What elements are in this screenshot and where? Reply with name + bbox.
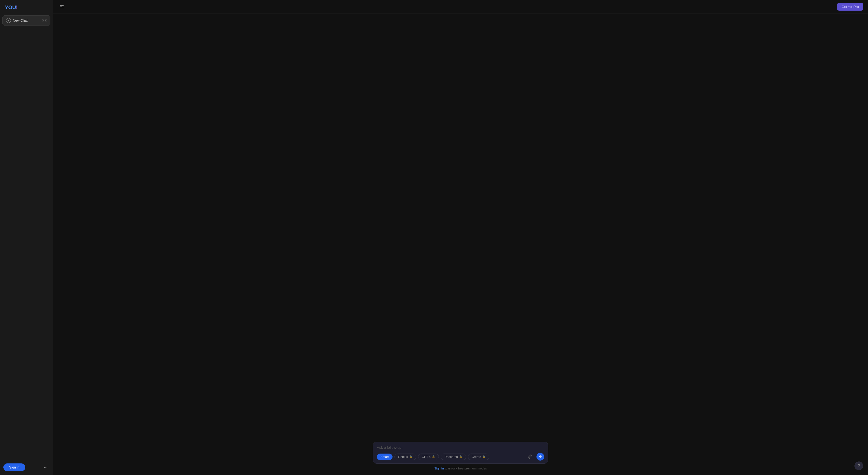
mode-create[interactable]: Create 🔒 <box>468 453 489 460</box>
sidebar-content <box>0 28 53 460</box>
sidebar-toggle-button[interactable] <box>58 3 66 10</box>
chat-input[interactable] <box>377 445 544 449</box>
signin-link[interactable]: Sign in <box>434 467 444 470</box>
new-chat-button[interactable]: + New Chat ⌘ K <box>2 15 51 26</box>
sidebar-bottom: Sign in ··· <box>0 460 53 475</box>
input-actions <box>526 453 544 461</box>
create-lock-icon: 🔒 <box>482 455 486 459</box>
get-youpro-button[interactable]: Get YouPro <box>837 3 863 10</box>
sidebar-icon <box>59 4 64 9</box>
sidebar: YOU! + New Chat ⌘ K Sign in ··· <box>0 0 53 475</box>
paperclip-icon <box>528 454 532 459</box>
mode-pills: Smart Genius 🔒 GPT-4 🔒 <box>377 453 489 460</box>
svg-rect-1 <box>60 6 62 7</box>
mode-genius-label: Genius <box>398 455 408 459</box>
mode-create-label: Create <box>472 455 481 459</box>
signin-prompt: Sign in to unlock free premium modes <box>373 467 548 470</box>
topbar: Get YouPro <box>53 0 868 13</box>
mode-gpt4[interactable]: GPT-4 🔒 <box>418 453 439 460</box>
help-button[interactable]: ? <box>855 462 863 470</box>
app-logo: YOU! <box>5 4 18 10</box>
input-container: Smart Genius 🔒 GPT-4 🔒 <box>369 442 552 470</box>
research-lock-icon: 🔒 <box>459 455 462 459</box>
input-bottom-bar: Smart Genius 🔒 GPT-4 🔒 <box>377 453 544 461</box>
mode-research[interactable]: Research 🔒 <box>441 453 466 460</box>
mode-gpt4-label: GPT-4 <box>422 455 431 459</box>
chat-area: Smart Genius 🔒 GPT-4 🔒 <box>53 13 868 475</box>
more-options-button[interactable]: ··· <box>42 464 50 471</box>
send-icon <box>538 455 542 459</box>
genius-lock-icon: 🔒 <box>409 455 412 459</box>
new-chat-shortcut: ⌘ K <box>42 19 47 22</box>
send-button[interactable] <box>536 453 544 461</box>
mode-smart-label: Smart <box>380 455 389 459</box>
main-content: Get YouPro Smart Genius 🔒 <box>53 0 868 475</box>
mode-smart[interactable]: Smart <box>377 453 393 460</box>
gpt4-lock-icon: 🔒 <box>432 455 435 459</box>
input-box: Smart Genius 🔒 GPT-4 🔒 <box>373 442 548 464</box>
logo-area: YOU! <box>0 0 53 13</box>
attach-button[interactable] <box>526 453 534 461</box>
sign-in-button[interactable]: Sign in <box>3 464 25 471</box>
new-chat-label: New Chat <box>13 19 28 23</box>
svg-rect-0 <box>60 5 64 6</box>
mode-genius[interactable]: Genius 🔒 <box>395 453 416 460</box>
plus-circle-icon: + <box>6 18 11 23</box>
mode-research-label: Research <box>444 455 458 459</box>
svg-rect-2 <box>60 8 64 8</box>
